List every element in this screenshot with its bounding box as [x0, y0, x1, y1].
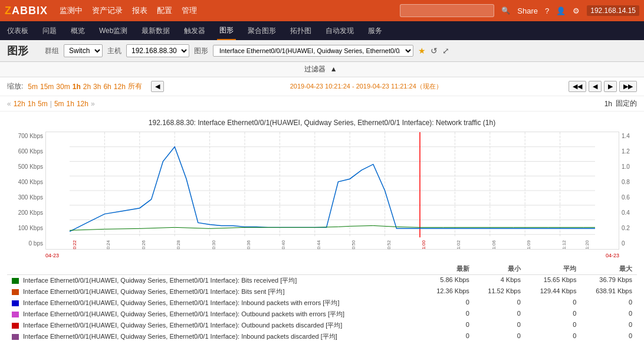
legend-item-min: 0: [474, 297, 525, 309]
legend-item-avg: 0: [525, 309, 581, 320]
svg-text:10:36: 10:36: [246, 240, 251, 250]
graph-select[interactable]: Interface Ethernet0/0/1(HUAWEI, Quidway …: [213, 45, 413, 57]
legend-item-max: 0: [581, 309, 637, 320]
date-left: 04-23: [45, 253, 59, 258]
nav-triggers[interactable]: 触发器: [182, 22, 208, 40]
nav-prev[interactable]: ◀: [589, 81, 602, 92]
filter-arrow: ▲: [330, 65, 337, 73]
legend-item-latest: 0: [423, 297, 474, 309]
zoom-5m[interactable]: 5m: [28, 83, 38, 91]
nav-overview[interactable]: 概览: [68, 22, 87, 40]
chart-area: 10:22 10:24 10:26 10:28 10:30 10:36 10:4…: [45, 132, 619, 258]
ip-address: 192.168.14.15: [587, 5, 639, 16]
date-right: 04-23: [606, 253, 619, 258]
zoom-1h[interactable]: 1h: [73, 83, 81, 91]
svg-text:11:06: 11:06: [491, 240, 497, 250]
menu-assets[interactable]: 资产记录: [92, 5, 123, 16]
nav-dbl-prev: «: [7, 100, 11, 108]
nav-problems[interactable]: 问题: [40, 22, 59, 40]
legend-avg-header: 平均: [525, 263, 581, 275]
nav-dashboard[interactable]: 仪表板: [5, 22, 31, 40]
legend-item-desc: Interface Ethernet0/0/1(HUAWEI, Quidway …: [7, 331, 423, 342]
nav-latestdata[interactable]: 最新数据: [139, 22, 172, 40]
legend-color-swatch: [12, 312, 19, 317]
filter-bar[interactable]: 过滤器 ▲: [0, 62, 644, 77]
legend-item-avg: 0: [525, 331, 581, 342]
nav-row2-right: 1h 固定的: [604, 99, 637, 109]
controls-row: 缩放: 5m 15m 30m 1h 2h 3h 6h 12h 所有 ◀ 2019…: [0, 77, 644, 96]
zoom-controls: 缩放: 5m 15m 30m 1h 2h 3h 6h 12h 所有 ◀: [7, 81, 164, 92]
nav-5m-next[interactable]: 5m: [54, 100, 64, 108]
nav-dbl-next: »: [91, 100, 95, 108]
legend-item-label: Interface Ethernet0/0/1(HUAWEI, Quidway …: [23, 277, 297, 284]
date-range: 2019-04-23 10:21:24 - 2019-04-23 11:21:2…: [290, 82, 442, 91]
legend-item-max: 36.79 Kbps: [581, 275, 637, 287]
settings-icon[interactable]: ⚙: [573, 6, 580, 15]
legend-item-desc: Interface Ethernet0/0/1(HUAWEI, Quidway …: [7, 275, 423, 287]
legend-item-min: 11.52 Kbps: [474, 286, 525, 297]
legend-row: Interface Ethernet0/0/1(HUAWEI, Quidway …: [7, 275, 637, 287]
legend-item-latest: 0: [423, 320, 474, 331]
menu-admin[interactable]: 管理: [182, 5, 197, 16]
menu-monitoring[interactable]: 监测中: [60, 5, 83, 16]
legend-color-swatch: [12, 278, 19, 284]
nav-services[interactable]: 服务: [366, 22, 385, 40]
help-icon[interactable]: ?: [545, 6, 549, 15]
expand-icon[interactable]: ⤢: [442, 46, 449, 55]
menu-config[interactable]: 配置: [157, 5, 172, 16]
nav-12h-next[interactable]: 12h: [77, 100, 88, 108]
legend-max-header: 最大: [581, 263, 637, 275]
svg-text:10:28: 10:28: [176, 240, 181, 250]
zoom-12h[interactable]: 12h: [114, 83, 126, 91]
nav-screens[interactable]: 聚合图形: [245, 22, 278, 40]
legend-item-desc: Interface Ethernet0/0/1(HUAWEI, Quidway …: [7, 297, 423, 309]
nav-next[interactable]: ▶: [604, 81, 617, 92]
legend-min-header: 最小: [474, 263, 525, 275]
svg-text:10:52: 10:52: [386, 240, 392, 250]
nav-webmon[interactable]: Web监测: [97, 22, 130, 40]
legend-item-label: Interface Ethernet0/0/1(HUAWEI, Quidway …: [23, 333, 337, 340]
svg-text:10:24: 10:24: [106, 240, 111, 250]
search-icon[interactable]: 🔍: [501, 6, 510, 15]
svg-text:10:44: 10:44: [316, 240, 321, 250]
legend-item-max: 0: [581, 331, 637, 342]
group-select[interactable]: Switch: [64, 44, 103, 57]
nav-1h-next[interactable]: 1h: [67, 100, 74, 108]
nav-row2-left: « 12h 1h 5m | 5m 1h 12h »: [7, 100, 95, 108]
favorite-icon[interactable]: ★: [418, 46, 426, 55]
nav-prev-prev[interactable]: ◀◀: [569, 81, 586, 92]
nav-1h-prev[interactable]: 1h: [28, 100, 35, 108]
refresh-icon[interactable]: ↺: [431, 46, 438, 55]
nav-discovery[interactable]: 自动发现: [323, 22, 356, 40]
zoom-15m[interactable]: 15m: [40, 83, 54, 91]
nav-graphs[interactable]: 图形: [217, 22, 236, 40]
legend-item-avg: 15.65 Kbps: [525, 275, 581, 287]
svg-text:11:09: 11:09: [526, 240, 531, 250]
zoom-all[interactable]: 所有: [128, 81, 142, 91]
search-input[interactable]: [400, 4, 494, 17]
nav-5m-prev[interactable]: 5m: [38, 100, 48, 108]
nav-next-next[interactable]: ▶▶: [619, 81, 637, 92]
zoom-30m[interactable]: 30m: [56, 83, 70, 91]
share-button[interactable]: Share: [517, 6, 538, 15]
legend-item-latest: 12.36 Kbps: [423, 286, 474, 297]
legend-color-swatch: [12, 289, 19, 295]
legend-row: Interface Ethernet0/0/1(HUAWEI, Quidway …: [7, 331, 637, 342]
host-label: 主机: [107, 46, 121, 56]
legend-item-label: Interface Ethernet0/0/1(HUAWEI, Quidway …: [23, 288, 284, 295]
menu-reports[interactable]: 报表: [132, 5, 147, 16]
legend-item-max: 638.91 Kbps: [581, 286, 637, 297]
legend-row: Interface Ethernet0/0/1(HUAWEI, Quidway …: [7, 286, 637, 297]
legend-table: 最新 最小 平均 最大 Interface Ethernet0/0/1(HUAW…: [7, 263, 637, 342]
zoom-3h[interactable]: 3h: [93, 83, 101, 91]
host-select[interactable]: 192.168.88.30: [126, 44, 189, 57]
nav-topology[interactable]: 拓扑图: [288, 22, 314, 40]
user-icon[interactable]: 👤: [556, 6, 566, 15]
svg-text:10:50: 10:50: [351, 240, 356, 250]
zoom-2h[interactable]: 2h: [83, 83, 91, 91]
prev-button[interactable]: ◀: [151, 81, 164, 92]
nav-12h-prev[interactable]: 12h: [14, 100, 25, 108]
svg-text:11:02: 11:02: [456, 240, 461, 250]
zoom-6h[interactable]: 6h: [103, 83, 111, 91]
svg-text:10:40: 10:40: [281, 240, 286, 250]
